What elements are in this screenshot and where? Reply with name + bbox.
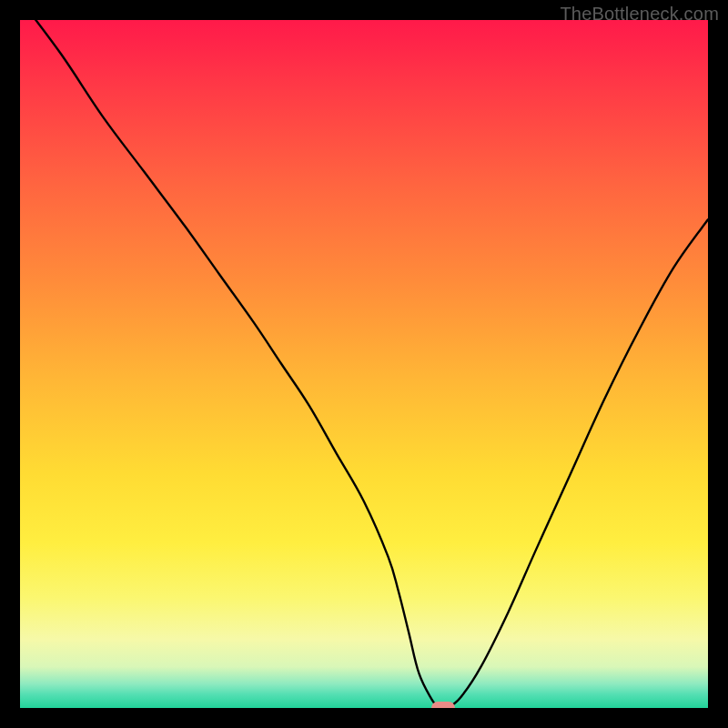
curve-path — [20, 20, 708, 708]
minimum-marker — [431, 702, 455, 708]
bottleneck-curve — [20, 20, 708, 708]
watermark-text: TheBottleneck.com — [560, 4, 719, 25]
plot-area — [20, 20, 708, 708]
chart-frame: TheBottleneck.com — [0, 0, 728, 728]
